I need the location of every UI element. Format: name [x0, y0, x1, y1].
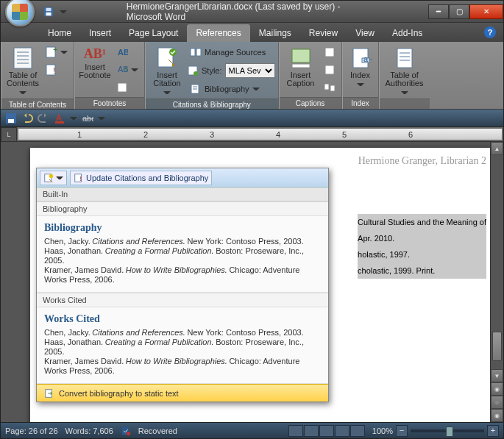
bibliography-button[interactable]: Bibliography: [187, 81, 275, 97]
table-of-authorities-button[interactable]: Table of Authorities: [383, 44, 427, 99]
chevron-down-icon: [131, 66, 138, 74]
bibliographies-split-button[interactable]: [40, 171, 67, 185]
add-text-button[interactable]: +: [43, 44, 71, 60]
print-layout-view-button[interactable]: [288, 425, 303, 437]
qat-dropdown-icon[interactable]: [60, 8, 67, 15]
cross-reference-button[interactable]: [321, 79, 338, 96]
office-button[interactable]: [5, 0, 35, 26]
strikethrough-icon[interactable]: abc: [82, 113, 93, 124]
full-screen-view-button[interactable]: [304, 425, 319, 437]
ruler-tick: 5: [342, 130, 347, 139]
zoom-out-button[interactable]: −: [396, 425, 408, 437]
tab-page-layout[interactable]: Page Layout: [120, 24, 187, 42]
title-bar: HermioneGrangerLibrarian.docx (Last save…: [1, 1, 503, 23]
tab-mailings[interactable]: Mailings: [250, 24, 300, 42]
manage-sources-icon: [190, 46, 202, 58]
outline-view-button[interactable]: [335, 425, 349, 437]
maximize-button[interactable]: ▢: [449, 4, 469, 19]
save-icon[interactable]: [43, 7, 54, 17]
svg-text:abc: abc: [82, 114, 93, 123]
redo-icon[interactable]: [38, 113, 49, 124]
horizontal-ruler[interactable]: L 1 2 3 4 5 6: [1, 127, 503, 142]
update-citations-button[interactable]: ! Update Citations and Bibliography: [70, 171, 212, 185]
style-label: Style:: [202, 66, 222, 75]
update-tof-button[interactable]: [321, 62, 338, 78]
group-captions: Insert Caption Captions: [279, 42, 342, 109]
scroll-track[interactable]: [491, 155, 503, 369]
zoom-slider[interactable]: [411, 429, 484, 432]
status-page[interactable]: Page: 26 of 26: [5, 426, 58, 435]
index-label: Index: [350, 71, 370, 79]
browse-object-button[interactable]: ○: [491, 396, 503, 409]
insert-citation-button[interactable]: Insert Citation: [149, 44, 185, 99]
insert-endnote-button[interactable]: AB: [113, 44, 141, 60]
insert-caption-button[interactable]: Insert Caption: [283, 44, 319, 90]
prev-page-button[interactable]: ◉: [491, 382, 503, 396]
next-footnote-button[interactable]: AB: [113, 62, 141, 78]
close-button[interactable]: ✕: [469, 4, 503, 19]
status-recovered[interactable]: Recovered: [138, 426, 177, 435]
svg-rect-3: [14, 48, 32, 68]
tab-insert[interactable]: Insert: [80, 24, 120, 42]
ruler-scale: 1 2 3 4 5 6: [18, 129, 502, 140]
index-button[interactable]: a→ Index: [346, 44, 375, 90]
tab-add-ins[interactable]: Add-Ins: [383, 24, 431, 42]
font-color-icon[interactable]: A: [54, 113, 65, 124]
show-notes-button[interactable]: [113, 79, 141, 96]
qat2-dropdown-icon[interactable]: [98, 115, 105, 122]
vertical-scrollbar[interactable]: ▲ ▼ ◉ ○ ◉: [490, 142, 503, 422]
zoom-in-button[interactable]: +: [487, 425, 499, 437]
page-line: Cultural Studies and the Meaning of: [358, 214, 486, 230]
insert-footnote-button[interactable]: AB¹ Insert Footnote: [78, 44, 112, 82]
tof-icon: [324, 46, 336, 58]
save-icon[interactable]: [5, 113, 17, 124]
tab-view[interactable]: View: [347, 24, 383, 42]
citation-icon: [155, 46, 179, 70]
citation-label: Insert Citation: [153, 71, 180, 88]
table-of-contents-button[interactable]: Table of Contents: [4, 44, 41, 99]
ruler-tick: 4: [276, 130, 280, 139]
insert-tof-button[interactable]: [321, 44, 338, 60]
tab-review[interactable]: Review: [300, 24, 347, 42]
status-words[interactable]: Words: 7,606: [65, 426, 113, 435]
svg-rect-29: [330, 85, 335, 91]
web-layout-view-button[interactable]: [319, 425, 334, 437]
gallery-item-works-cited[interactable]: Works Cited Chen, Jacky. Citations and R…: [37, 307, 328, 384]
style-select[interactable]: MLA Sev: [225, 63, 275, 78]
zoom-level[interactable]: 100%: [372, 426, 393, 435]
update-tof-icon: [324, 64, 336, 76]
undo-icon[interactable]: [21, 113, 33, 124]
next-page-button[interactable]: ◉: [491, 409, 503, 422]
scroll-thumb[interactable]: [492, 332, 502, 361]
gallery-category-builtin: Built-In: [37, 188, 328, 201]
gallery-item-bibliography[interactable]: Bibliography Chen, Jacky. Citations and …: [37, 216, 328, 293]
endnote-icon: AB: [116, 46, 128, 58]
ruler-tick: 6: [408, 130, 413, 139]
chevron-down-icon: [252, 85, 260, 93]
group-label: [380, 99, 430, 109]
gallery-ref: Chen, Jacky. Citations and References. N…: [44, 328, 321, 338]
svg-text:+: +: [53, 46, 57, 54]
convert-to-static-button[interactable]: Convert bibliography to static text: [37, 384, 328, 401]
svg-text:a→: a→: [363, 54, 372, 63]
convert-label: Convert bibliography to static text: [59, 389, 179, 398]
minimize-button[interactable]: ━: [428, 4, 449, 19]
svg-rect-33: [397, 49, 412, 68]
index-icon: a→: [349, 46, 372, 70]
tab-references[interactable]: References: [187, 24, 249, 42]
help-icon[interactable]: ?: [484, 26, 496, 38]
update-icon: !: [46, 64, 57, 76]
tab-home[interactable]: Home: [39, 24, 80, 42]
gallery-ref: Haas, Jonathan. Creating a Formal Public…: [44, 246, 321, 265]
proofing-icon[interactable]: [121, 426, 131, 436]
toc-label: Table of Contents: [7, 71, 39, 88]
chevron-down-icon[interactable]: [70, 115, 77, 122]
svg-rect-2: [46, 12, 52, 15]
zoom-controls: 100% − +: [372, 425, 499, 437]
gallery-ref: Kramer, James David. How to Write Biblio…: [44, 357, 321, 376]
scroll-up-button[interactable]: ▲: [491, 142, 503, 155]
scroll-down-button[interactable]: ▼: [491, 369, 503, 382]
manage-sources-button[interactable]: Manage Sources: [187, 44, 275, 60]
update-table-button[interactable]: !: [43, 62, 71, 78]
draft-view-button[interactable]: [350, 425, 365, 437]
